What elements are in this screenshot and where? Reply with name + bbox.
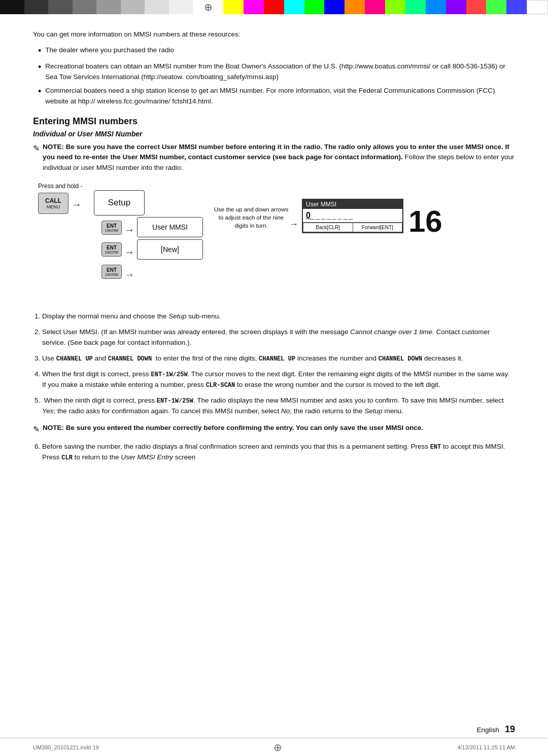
screen-big-number: 16 — [408, 204, 442, 239]
left-color-bars — [0, 0, 193, 14]
bar-lime — [385, 0, 405, 14]
intro-text: You can get more information on MMSI num… — [33, 29, 515, 40]
bar-sky — [426, 0, 446, 14]
bar-seg-3 — [48, 0, 73, 14]
arrow-label: Use the up and down arrowsto adjust each… — [211, 205, 292, 230]
list-item: Commercial boaters need a ship station l… — [38, 86, 515, 107]
bar-blue — [324, 0, 345, 14]
ent-main-2: ENT — [107, 245, 117, 250]
arrow-1: → — [72, 199, 82, 210]
arrow-4: → — [124, 269, 134, 280]
bar-pink — [365, 0, 385, 14]
ent-button-3: ENT 1W/25W — [101, 265, 122, 279]
ent-button-1: ENT 1W/25W — [101, 221, 122, 235]
call-button: CALL MENU — [38, 193, 68, 214]
step-6: Before saving the number, the radio disp… — [42, 442, 515, 463]
ent-button-2: ENT 1W/25W — [101, 242, 122, 257]
bar-magenta — [244, 0, 264, 14]
bar-seg-6 — [121, 0, 145, 14]
bar-white — [527, 0, 548, 14]
user-mmsi-box: User MMSI — [137, 217, 203, 237]
top-color-bar: ⊕ — [0, 0, 548, 14]
note-icon-1: ✎ — [33, 142, 40, 155]
bullet-list: The dealer where you purchased the radio… — [38, 45, 515, 107]
language-label: English — [476, 726, 499, 734]
list-item-text: Commercial boaters need a ship station l… — [45, 86, 515, 107]
main-content: You can get more information on MMSI num… — [0, 14, 548, 510]
press-hold-label: Press and hold - — [38, 183, 82, 190]
list-item-text: Recreational boaters can obtain an MMSI … — [45, 61, 515, 83]
screen-title: User MMSI — [303, 200, 402, 209]
bar-seg-4 — [73, 0, 97, 14]
setup-label: Setup — [108, 198, 130, 208]
bar-rose — [466, 0, 487, 14]
note-block-2: ✎ NOTE: Be sure you entered the number c… — [33, 423, 515, 436]
step-5: When the ninth digit is correct, press E… — [42, 395, 515, 417]
call-button-sub: MENU — [47, 204, 60, 210]
page-number: 19 — [505, 724, 515, 734]
diagram-area: Press and hold - CALL MENU → Setup ENT 1… — [33, 183, 515, 299]
call-button-wrap: CALL MENU — [38, 193, 68, 214]
note-label-2: NOTE: Be sure you entered the number cor… — [43, 424, 423, 431]
list-item: The dealer where you purchased the radio — [38, 45, 515, 58]
step-4: When the first digit is correct, press E… — [42, 369, 515, 390]
numbered-list-step6: Before saving the number, the radio disp… — [42, 442, 515, 463]
bar-red — [264, 0, 284, 14]
list-item: Recreational boaters can obtain an MMSI … — [38, 61, 515, 83]
ent-sub-1: 1W/25W — [105, 229, 119, 233]
subsection-heading: Individual or User MMSI Number — [33, 130, 515, 138]
footer-right: 4/13/2011 11:25:11 AM — [457, 744, 515, 750]
bar-green — [304, 0, 325, 14]
bar-seg-5 — [96, 0, 121, 14]
screen-display: User MMSI 0________ Back[CLR] Forward[EN… — [302, 199, 403, 233]
bar-indigo — [506, 0, 527, 14]
section-heading: Entering MMSI numbers — [33, 116, 515, 127]
ent-main-3: ENT — [107, 267, 117, 273]
list-item-text: The dealer where you purchased the radio — [45, 45, 174, 56]
ent-button-1-wrap: ENT 1W/25W — [101, 221, 122, 235]
screen-back-button: Back[CLR] — [303, 223, 353, 232]
new-label: [New] — [161, 245, 179, 254]
bar-purple — [446, 0, 466, 14]
note-bold-2: Be sure you entered the number correctly… — [66, 424, 423, 431]
step-1: Display the normal menu and choose the S… — [42, 311, 515, 322]
step-3: Use CHANNEL UP and CHANNEL DOWN to enter… — [42, 353, 515, 364]
user-mmsi-label: User MMSI — [152, 223, 188, 231]
screen-dashes: ________ — [311, 211, 354, 220]
bar-lightgreen — [486, 0, 506, 14]
arrow-label-to-screen: → — [289, 219, 298, 230]
note-icon-2: ✎ — [33, 423, 40, 436]
bar-seg-1 — [0, 0, 24, 14]
bottom-bar: UM380_20101221.indd 19 ⊕ 4/13/2011 11:25… — [0, 738, 548, 756]
arrow-3: → — [124, 246, 134, 258]
new-box: [New] — [137, 239, 203, 260]
numbered-list: Display the normal menu and choose the S… — [42, 311, 515, 416]
ent-sub-3: 1W/25W — [105, 273, 119, 277]
compass-icon-center: ⊕ — [273, 741, 282, 753]
ent-button-3-wrap: ENT 1W/25W — [101, 265, 122, 279]
ent-main-1: ENT — [107, 223, 117, 229]
footer-left: UM380_20101221.indd 19 — [33, 744, 99, 750]
arrow-2: → — [124, 224, 134, 236]
right-color-bars — [223, 0, 548, 14]
bar-mint — [405, 0, 426, 14]
bar-orange — [345, 0, 365, 14]
bar-cyan — [284, 0, 304, 14]
bar-yellow — [223, 0, 244, 14]
ent-sub-2: 1W/25W — [105, 250, 119, 255]
note-text-2: NOTE: Be sure you entered the number cor… — [43, 423, 423, 434]
screen-input-row: 0________ — [303, 209, 402, 223]
note-text-1: NOTE: Be sure you have the correct User … — [43, 142, 515, 174]
compass-icon-top: ⊕ — [204, 1, 213, 13]
bar-seg-2 — [24, 0, 49, 14]
step-2: Select User MMSI. (If an MMSI number was… — [42, 327, 515, 348]
call-button-main: CALL — [45, 197, 61, 204]
page-number-area: English 19 — [476, 724, 515, 735]
ent-button-2-wrap: ENT 1W/25W — [101, 242, 122, 257]
screen-forward-button: Forward[ENT] — [353, 223, 403, 232]
note-block-1: ✎ NOTE: Be sure you have the correct Use… — [33, 142, 515, 174]
screen-cursor: 0 — [306, 211, 311, 220]
screen-buttons-row: Back[CLR] Forward[ENT] — [303, 223, 402, 232]
compass-center-top: ⊕ — [193, 0, 223, 14]
bar-seg-7 — [145, 0, 169, 14]
